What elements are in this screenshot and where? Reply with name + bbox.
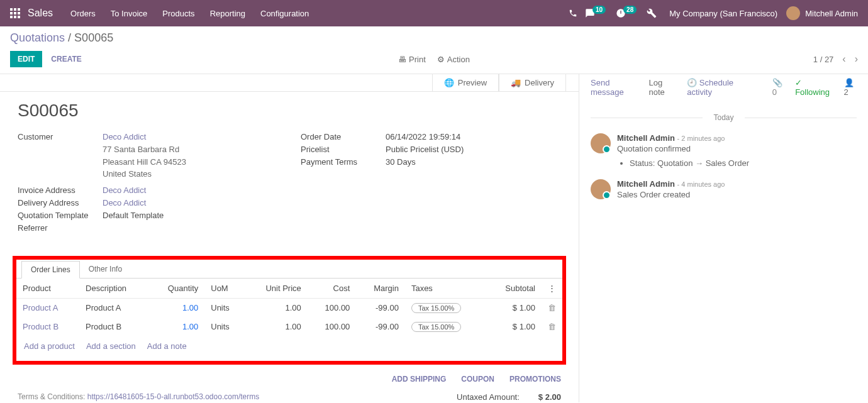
- record-title: S00065: [18, 101, 561, 121]
- tax-tag: Tax 15.00%: [411, 322, 461, 332]
- customer-address: 77 Santa Barbara Rd Pleasant Hill CA 945…: [103, 143, 278, 180]
- col-description[interactable]: Description: [79, 279, 148, 299]
- chat-badge: 10: [593, 6, 606, 14]
- user-name: Mitchell Admin: [805, 9, 858, 18]
- delivery-button[interactable]: 🚚Delivery: [499, 74, 566, 91]
- col-taxes[interactable]: Taxes: [405, 279, 486, 299]
- action-dropdown[interactable]: ⚙Action: [437, 55, 470, 64]
- attachments-button[interactable]: 📎0: [772, 78, 786, 97]
- globe-icon: 🌐: [444, 78, 454, 87]
- debug-icon[interactable]: [647, 8, 657, 18]
- payment-terms: 30 Days: [386, 157, 561, 167]
- invoice-address-label: Invoice Address: [18, 185, 103, 195]
- log-note-button[interactable]: Log note: [649, 78, 677, 97]
- activity-icon[interactable]: 28: [616, 8, 639, 18]
- gear-icon: ⚙: [437, 55, 445, 64]
- pager: 1 / 27 ‹ ›: [813, 53, 858, 65]
- pricelist-label: Pricelist: [301, 145, 386, 154]
- customer-link[interactable]: Deco Addict: [103, 132, 278, 141]
- menu-orders[interactable]: Orders: [70, 9, 96, 18]
- col-product[interactable]: Product: [16, 279, 79, 299]
- col-uom[interactable]: UoM: [204, 279, 245, 299]
- form-view: 🌐Preview 🚚Delivery S00065 CustomerDeco A…: [0, 74, 579, 402]
- promotions-button[interactable]: PROMOTIONS: [509, 375, 561, 384]
- table-row[interactable]: Product A Product A 1.00 Units 1.00 100.…: [16, 298, 562, 317]
- col-unit-price[interactable]: Unit Price: [245, 279, 308, 299]
- quotation-template-label: Quotation Template: [18, 211, 103, 220]
- col-cost[interactable]: Cost: [308, 279, 357, 299]
- activity-badge: 28: [623, 6, 637, 14]
- schedule-activity-button[interactable]: 🕘 Schedule activity: [687, 78, 752, 97]
- terms-text: Terms & Conditions: https://16481605-15-…: [18, 392, 259, 402]
- edit-button[interactable]: EDIT: [10, 51, 42, 67]
- order-date-label: Order Date: [301, 132, 386, 141]
- trash-icon[interactable]: 🗑: [548, 322, 556, 331]
- trash-icon[interactable]: 🗑: [548, 303, 556, 312]
- breadcrumb-root[interactable]: Quotations: [10, 31, 65, 44]
- add-section-link[interactable]: Add a section: [86, 341, 136, 351]
- chatter: Send message Log note 🕘 Schedule activit…: [579, 74, 868, 402]
- followers-count[interactable]: 👤2: [844, 78, 857, 97]
- kebab-icon[interactable]: ⋮: [548, 284, 556, 293]
- col-margin[interactable]: Margin: [356, 279, 405, 299]
- referrer-value: [103, 223, 278, 233]
- phone-icon[interactable]: [569, 9, 577, 18]
- menu-configuration[interactable]: Configuration: [260, 9, 309, 18]
- pager-text: 1 / 27: [813, 55, 834, 64]
- pager-next-icon[interactable]: ›: [855, 53, 858, 65]
- add-product-link[interactable]: Add a product: [24, 341, 75, 351]
- menu-reporting[interactable]: Reporting: [210, 9, 245, 18]
- order-date: 06/14/2022 19:59:14: [386, 132, 561, 141]
- invoice-address-link[interactable]: Deco Addict: [103, 185, 278, 195]
- message-avatar: [591, 179, 611, 199]
- message-time: - 2 minutes ago: [677, 135, 725, 142]
- app-brand[interactable]: Sales: [28, 8, 53, 19]
- col-subtotal[interactable]: Subtotal: [486, 279, 542, 299]
- pager-prev-icon[interactable]: ‹: [842, 53, 845, 65]
- following-button[interactable]: ✓ Following: [795, 78, 833, 97]
- preview-button[interactable]: 🌐Preview: [432, 74, 499, 91]
- tax-tag: Tax 15.00%: [411, 303, 461, 313]
- tab-other-info[interactable]: Other Info: [80, 261, 131, 278]
- breadcrumb-bar: Quotations / S00065: [0, 26, 868, 47]
- clock-icon: 🕘: [687, 78, 697, 87]
- create-button[interactable]: CREATE: [51, 55, 81, 63]
- coupon-button[interactable]: COUPON: [461, 375, 494, 384]
- messaging-icon[interactable]: 10: [585, 8, 608, 18]
- delivery-address-link[interactable]: Deco Addict: [103, 198, 278, 207]
- col-quantity[interactable]: Quantity: [148, 279, 204, 299]
- untaxed-value: $ 2.00: [538, 392, 561, 402]
- menu-products[interactable]: Products: [162, 9, 194, 18]
- company-selector[interactable]: My Company (San Francisco): [669, 9, 777, 18]
- user-menu[interactable]: Mitchell Admin: [786, 6, 858, 20]
- send-message-button[interactable]: Send message: [591, 78, 639, 97]
- table-row[interactable]: Product B Product B 1.00 Units 1.00 100.…: [16, 317, 562, 336]
- print-action[interactable]: 🖶Print: [398, 55, 426, 64]
- message-author: Mitchell Admin: [617, 133, 675, 143]
- payment-terms-label: Payment Terms: [301, 157, 386, 167]
- delivery-address-label: Delivery Address: [18, 198, 103, 207]
- add-shipping-button[interactable]: ADD SHIPPING: [392, 375, 447, 384]
- menu-to-invoice[interactable]: To Invoice: [111, 9, 148, 18]
- terms-link[interactable]: https://16481605-15-0-all.runbot53.odoo.…: [87, 392, 260, 401]
- message-avatar: [591, 133, 611, 153]
- day-separator: Today: [591, 113, 857, 122]
- person-icon: 👤: [844, 78, 854, 87]
- pricelist: Public Pricelist (USD): [386, 145, 561, 154]
- print-icon: 🖶: [398, 55, 406, 64]
- breadcrumb-current: S00065: [74, 31, 113, 44]
- chatter-message: Mitchell Admin - 2 minutes ago Quotation…: [591, 133, 857, 168]
- paperclip-icon: 📎: [772, 78, 782, 87]
- control-panel: EDIT CREATE 🖶Print ⚙Action 1 / 27 ‹ ›: [0, 47, 868, 74]
- referrer-label: Referrer: [18, 223, 103, 233]
- add-note-link[interactable]: Add a note: [147, 341, 187, 351]
- untaxed-label: Untaxed Amount:: [457, 392, 520, 402]
- line-footer-actions: ADD SHIPPING COUPON PROMOTIONS: [0, 370, 579, 389]
- sheet-tabs: Order Lines Other Info: [16, 261, 562, 279]
- tab-order-lines[interactable]: Order Lines: [21, 261, 80, 279]
- message-body: Quotation confirmed: [617, 144, 749, 153]
- message-author: Mitchell Admin: [617, 179, 675, 189]
- order-lines-table: Product Description Quantity UoM Unit Pr…: [16, 279, 562, 336]
- apps-icon[interactable]: [10, 8, 20, 18]
- message-time: - 4 minutes ago: [677, 180, 725, 188]
